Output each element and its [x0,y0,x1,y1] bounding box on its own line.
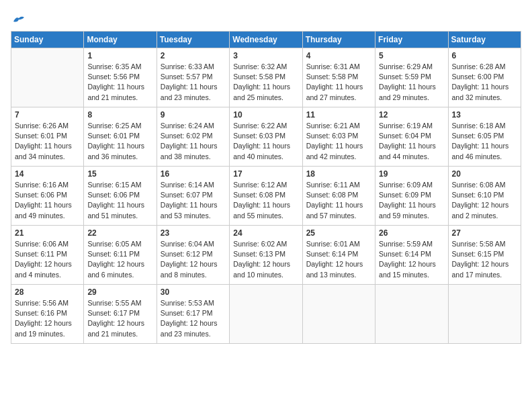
day-number: 21 [15,228,80,238]
day-number: 20 [452,169,517,179]
day-info: Sunrise: 6:09 AMSunset: 6:09 PMDaylight:… [379,180,444,221]
day-number: 16 [161,169,226,179]
calendar-cell: 14Sunrise: 6:16 AMSunset: 6:06 PMDayligh… [11,167,84,226]
day-info: Sunrise: 5:53 AMSunset: 6:17 PMDaylight:… [161,298,226,339]
calendar-cell: 3Sunrise: 6:32 AMSunset: 5:58 PMDaylight… [230,48,302,107]
day-info: Sunrise: 6:35 AMSunset: 5:56 PMDaylight:… [87,62,152,103]
calendar-cell: 20Sunrise: 6:08 AMSunset: 6:10 PMDayligh… [448,167,521,226]
calendar-cell: 28Sunrise: 5:56 AMSunset: 6:16 PMDayligh… [11,285,84,344]
page-header [11,11,521,24]
day-number: 27 [452,228,517,238]
calendar-cell: 5Sunrise: 6:29 AMSunset: 5:59 PMDaylight… [375,48,448,107]
calendar-cell: 12Sunrise: 6:19 AMSunset: 6:04 PMDayligh… [375,107,448,167]
day-number: 29 [87,287,152,297]
day-info: Sunrise: 6:28 AMSunset: 6:00 PMDaylight:… [452,62,517,103]
calendar-cell [11,48,84,107]
day-of-week-header: Friday [375,32,448,48]
day-number: 15 [87,169,152,179]
day-number: 28 [15,287,80,297]
calendar-cell: 9Sunrise: 6:24 AMSunset: 6:02 PMDaylight… [157,107,229,167]
day-info: Sunrise: 6:22 AMSunset: 6:03 PMDaylight:… [233,121,298,162]
day-number: 10 [233,110,298,120]
calendar-cell: 8Sunrise: 6:25 AMSunset: 6:01 PMDaylight… [84,107,157,167]
calendar-cell: 23Sunrise: 6:04 AMSunset: 6:12 PMDayligh… [157,226,229,285]
day-of-week-header: Monday [84,32,157,48]
calendar-cell: 25Sunrise: 6:01 AMSunset: 6:14 PMDayligh… [302,226,375,285]
day-info: Sunrise: 6:16 AMSunset: 6:06 PMDaylight:… [15,180,80,221]
calendar-cell: 11Sunrise: 6:21 AMSunset: 6:03 PMDayligh… [302,107,375,167]
day-info: Sunrise: 6:02 AMSunset: 6:13 PMDaylight:… [233,239,298,280]
calendar-week-row: 7Sunrise: 6:26 AMSunset: 6:01 PMDaylight… [11,107,521,167]
calendar-cell: 15Sunrise: 6:15 AMSunset: 6:06 PMDayligh… [84,167,157,226]
day-number: 12 [379,110,444,120]
day-info: Sunrise: 6:05 AMSunset: 6:11 PMDaylight:… [87,239,152,280]
day-info: Sunrise: 6:25 AMSunset: 6:01 PMDaylight:… [87,121,152,162]
calendar-cell: 24Sunrise: 6:02 AMSunset: 6:13 PMDayligh… [230,226,302,285]
calendar-cell: 26Sunrise: 5:59 AMSunset: 6:14 PMDayligh… [375,226,448,285]
calendar-cell: 17Sunrise: 6:12 AMSunset: 6:08 PMDayligh… [230,167,302,226]
day-number: 18 [306,169,371,179]
day-info: Sunrise: 6:26 AMSunset: 6:01 PMDaylight:… [15,121,80,162]
day-info: Sunrise: 5:55 AMSunset: 6:17 PMDaylight:… [87,298,152,339]
day-number: 4 [306,51,371,60]
calendar-cell [375,285,448,344]
calendar-cell: 6Sunrise: 6:28 AMSunset: 6:00 PMDaylight… [448,48,521,107]
day-number: 14 [15,169,80,179]
day-info: Sunrise: 6:08 AMSunset: 6:10 PMDaylight:… [452,180,517,221]
day-of-week-header: Wednesday [230,32,302,48]
logo-bird-icon [12,15,24,24]
day-info: Sunrise: 5:56 AMSunset: 6:16 PMDaylight:… [15,298,80,339]
calendar-cell [448,285,521,344]
day-number: 2 [161,51,226,60]
calendar-cell [230,285,302,344]
day-number: 19 [379,169,444,179]
calendar-week-row: 14Sunrise: 6:16 AMSunset: 6:06 PMDayligh… [11,167,521,226]
day-of-week-header: Sunday [11,32,84,48]
day-info: Sunrise: 6:15 AMSunset: 6:06 PMDaylight:… [87,180,152,221]
calendar-header-row: SundayMondayTuesdayWednesdayThursdayFrid… [11,32,521,48]
day-number: 6 [452,51,517,60]
calendar-cell: 16Sunrise: 6:14 AMSunset: 6:07 PMDayligh… [157,167,229,226]
day-number: 22 [87,228,152,238]
day-info: Sunrise: 5:59 AMSunset: 6:14 PMDaylight:… [379,239,444,280]
calendar-week-row: 21Sunrise: 6:06 AMSunset: 6:11 PMDayligh… [11,226,521,285]
calendar-cell: 18Sunrise: 6:11 AMSunset: 6:08 PMDayligh… [302,167,375,226]
day-info: Sunrise: 6:24 AMSunset: 6:02 PMDaylight:… [161,121,226,162]
day-number: 7 [15,110,80,120]
calendar-cell [302,285,375,344]
logo [11,11,24,24]
calendar-table: SundayMondayTuesdayWednesdayThursdayFrid… [11,31,521,344]
day-number: 26 [379,228,444,238]
day-info: Sunrise: 6:06 AMSunset: 6:11 PMDaylight:… [15,239,80,280]
day-info: Sunrise: 6:18 AMSunset: 6:05 PMDaylight:… [452,121,517,162]
day-info: Sunrise: 6:01 AMSunset: 6:14 PMDaylight:… [306,239,371,280]
calendar-week-row: 28Sunrise: 5:56 AMSunset: 6:16 PMDayligh… [11,285,521,344]
calendar-cell: 1Sunrise: 6:35 AMSunset: 5:56 PMDaylight… [84,48,157,107]
calendar-cell: 30Sunrise: 5:53 AMSunset: 6:17 PMDayligh… [157,285,229,344]
day-of-week-header: Thursday [302,32,375,48]
calendar-cell: 27Sunrise: 5:58 AMSunset: 6:15 PMDayligh… [448,226,521,285]
calendar-cell: 21Sunrise: 6:06 AMSunset: 6:11 PMDayligh… [11,226,84,285]
day-info: Sunrise: 6:33 AMSunset: 5:57 PMDaylight:… [161,62,226,103]
day-number: 9 [161,110,226,120]
day-number: 30 [161,287,226,297]
calendar-week-row: 1Sunrise: 6:35 AMSunset: 5:56 PMDaylight… [11,48,521,107]
day-number: 3 [233,51,298,60]
day-of-week-header: Saturday [448,32,521,48]
day-number: 17 [233,169,298,179]
calendar-cell: 19Sunrise: 6:09 AMSunset: 6:09 PMDayligh… [375,167,448,226]
calendar-cell: 7Sunrise: 6:26 AMSunset: 6:01 PMDaylight… [11,107,84,167]
day-info: Sunrise: 6:11 AMSunset: 6:08 PMDaylight:… [306,180,371,221]
day-info: Sunrise: 6:32 AMSunset: 5:58 PMDaylight:… [233,62,298,103]
day-number: 8 [87,110,152,120]
day-info: Sunrise: 6:21 AMSunset: 6:03 PMDaylight:… [306,121,371,162]
day-number: 5 [379,51,444,60]
day-number: 23 [161,228,226,238]
day-info: Sunrise: 5:58 AMSunset: 6:15 PMDaylight:… [452,239,517,280]
day-info: Sunrise: 6:04 AMSunset: 6:12 PMDaylight:… [161,239,226,280]
day-of-week-header: Tuesday [157,32,229,48]
day-info: Sunrise: 6:14 AMSunset: 6:07 PMDaylight:… [161,180,226,221]
calendar-cell: 10Sunrise: 6:22 AMSunset: 6:03 PMDayligh… [230,107,302,167]
day-number: 11 [306,110,371,120]
day-number: 25 [306,228,371,238]
